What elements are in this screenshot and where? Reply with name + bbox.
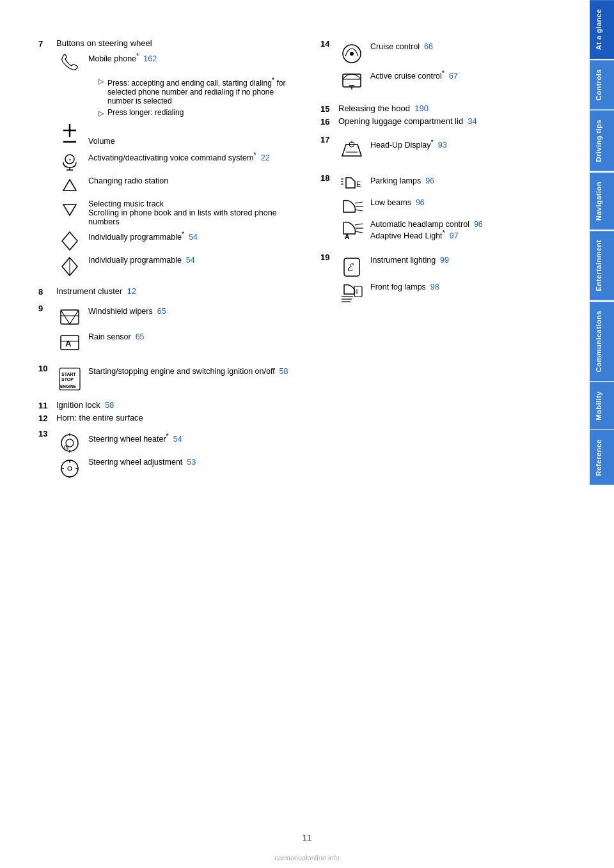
rain-text: Rain sensor 65 xyxy=(88,332,288,341)
svg-text:E: E xyxy=(356,180,361,188)
page-container: 7 Buttons on steering wheel xyxy=(0,0,614,868)
music-text: Selecting music track Scrolling in phone… xyxy=(88,199,288,226)
section-10: 10 START STOP ENGINE Starting/st xyxy=(38,363,288,395)
svg-marker-7 xyxy=(63,180,76,190)
svg-text:STOP: STOP xyxy=(61,377,74,382)
svg-marker-8 xyxy=(63,205,76,215)
section-12-title: Horn: the entire surface xyxy=(56,413,143,422)
sidebar-tab-communications[interactable]: Communications xyxy=(590,302,614,381)
section-8: 8 Instrument cluster 12 xyxy=(38,286,288,297)
sidebar-tab-entertainment[interactable]: Entertainment xyxy=(590,231,614,300)
section-num-15: 15 xyxy=(320,104,335,114)
section-7-title: Buttons on steering wheel xyxy=(56,38,288,48)
heater-text: Steering wheel heater* 54 xyxy=(88,432,288,444)
hud-text: Head-Up Display* 93 xyxy=(370,138,571,150)
music-row: Selecting music track Scrolling in phone… xyxy=(56,199,288,226)
fog-icon xyxy=(338,283,365,303)
instrument-row: ℰ Instrument lighting 99 xyxy=(338,256,571,279)
windshield-icon xyxy=(56,307,83,329)
active-cruise-row: Active cruise control* 67 xyxy=(338,69,571,92)
left-column: 7 Buttons on steering wheel xyxy=(38,38,301,842)
right-column: 14 Cruise control 66 xyxy=(314,38,571,842)
section-15: 15 Releasing the hood 190 xyxy=(320,104,571,114)
section-7: 7 Buttons on steering wheel xyxy=(38,38,288,281)
section-11: 11 Ignition lock 58 xyxy=(38,400,288,410)
diamond2-row: Individually programmable 54 xyxy=(56,256,288,277)
section-12: 12 Horn: the entire surface xyxy=(38,413,288,423)
active-cruise-icon xyxy=(338,69,365,92)
section-num-17: 17 xyxy=(320,135,335,144)
fog-text: Front fog lamps 98 xyxy=(370,283,571,291)
svg-rect-12 xyxy=(61,310,79,324)
section-num-9: 9 xyxy=(38,304,52,313)
svg-point-27 xyxy=(68,467,72,470)
adjustment-icon: • xyxy=(56,458,83,479)
volume-text: Volume xyxy=(88,137,288,146)
sub-item-2: ▷ Press longer: redialing xyxy=(98,108,288,118)
section-num-19: 19 xyxy=(320,252,335,262)
voice-icon: • xyxy=(56,151,83,173)
heater-row: ||| Steering wheel heater* 54 xyxy=(56,432,288,454)
low-beams-text: Low beams 96 xyxy=(370,198,571,207)
svg-line-45 xyxy=(355,202,363,203)
mobile-phone-row: Mobile phone* 162 xyxy=(56,52,288,72)
instrument-text: Instrument lighting 99 xyxy=(370,256,571,265)
watermark: carmanualonline.info xyxy=(274,854,340,862)
section-18: 18 E xyxy=(320,173,571,244)
section-16: 16 Opening luggage compartment lid 34 xyxy=(320,116,571,127)
sidebar-tab-navigation[interactable]: Navigation xyxy=(590,173,614,229)
svg-text:•: • xyxy=(68,474,70,479)
arrow-2: ▷ xyxy=(98,109,104,118)
indiv1-text: Individually programmable* 54 xyxy=(88,230,288,242)
sub-item-1: ▷ Press: accepting and ending call, star… xyxy=(98,76,288,105)
section-15-title: Releasing the hood 190 xyxy=(338,104,429,113)
start-stop-row: START STOP ENGINE Starting/stopping engi… xyxy=(56,367,288,391)
svg-line-48 xyxy=(355,224,363,225)
cruise-row: Cruise control 66 xyxy=(338,42,571,65)
svg-text:ENGINE: ENGINE xyxy=(60,384,77,389)
svg-marker-9 xyxy=(62,232,77,250)
sidebar-tab-reference[interactable]: Reference xyxy=(590,430,614,485)
minus-icon-row: Volume xyxy=(56,137,288,147)
start-stop-icon: START STOP ENGINE xyxy=(56,367,83,391)
svg-text:ℰ: ℰ xyxy=(347,262,354,273)
section-num-16: 16 xyxy=(320,117,335,127)
arrow-1: ▷ xyxy=(98,77,104,86)
svg-point-21 xyxy=(61,435,78,451)
active-cruise-text: Active cruise control* 67 xyxy=(370,69,571,81)
section-11-title: Ignition lock 58 xyxy=(56,400,114,410)
parking-row: E Parking lamps 96 xyxy=(338,176,571,194)
windshield-text: Windshield wipers 65 xyxy=(88,307,288,316)
section-8-title: Instrument cluster 12 xyxy=(56,286,136,296)
hud-row: Head-Up Display* 93 xyxy=(338,138,571,161)
section-19: 19 ℰ Instrument lighting 99 xyxy=(320,252,571,307)
sidebar-tab-driving-tips[interactable]: Driving tips xyxy=(590,111,614,171)
diamond2-icon xyxy=(56,256,83,277)
svg-text:•: • xyxy=(69,157,71,162)
low-beams-icon xyxy=(338,198,365,216)
mobile-phone-text: Mobile phone* 162 xyxy=(88,52,288,63)
voice-row: • Activating/deactivating voice command … xyxy=(56,151,288,173)
up-arrow-icon xyxy=(56,176,83,196)
section-num-8: 8 xyxy=(38,287,52,297)
section-num-11: 11 xyxy=(38,401,52,410)
rain-icon: A xyxy=(56,332,83,354)
adjustment-row: • Steering wheel adjustment 53 xyxy=(56,458,288,479)
auto-headlamp-text: Automatic headlamp control 96 Adaptive H… xyxy=(370,220,571,240)
sidebar: At a glance Controls Driving tips Naviga… xyxy=(590,0,614,868)
svg-text:START: START xyxy=(61,372,77,376)
adjustment-text: Steering wheel adjustment 53 xyxy=(88,458,288,467)
rain-row: A Rain sensor 65 xyxy=(56,332,288,354)
sidebar-tab-at-a-glance[interactable]: At a glance xyxy=(590,0,614,59)
minus-icon xyxy=(56,137,83,147)
mobile-subs: ▷ Press: accepting and ending call, star… xyxy=(90,76,288,118)
windshield-row: Windshield wipers 65 xyxy=(56,307,288,329)
svg-line-50 xyxy=(355,231,363,233)
sidebar-tab-mobility[interactable]: Mobility xyxy=(590,382,614,430)
sidebar-tab-controls[interactable]: Controls xyxy=(590,60,614,109)
indiv2-text: Individually programmable 54 xyxy=(88,256,288,265)
heater-icon: ||| xyxy=(56,432,83,454)
svg-point-33 xyxy=(350,52,354,56)
section-num-12: 12 xyxy=(38,414,52,423)
instrument-icon: ℰ xyxy=(338,256,365,279)
